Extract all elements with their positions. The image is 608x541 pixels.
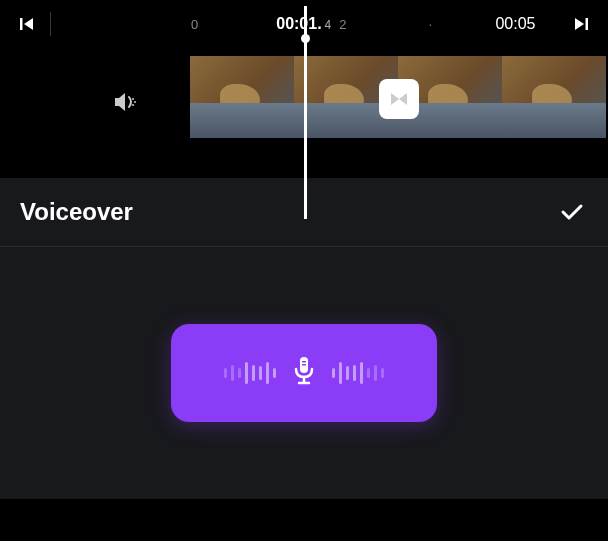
- checkmark-icon: [558, 198, 586, 226]
- confirm-button[interactable]: [556, 196, 588, 228]
- transition-icon: [387, 87, 411, 111]
- current-time-decimal: 4: [325, 18, 332, 32]
- prev-frame-icon: [19, 15, 37, 33]
- svg-rect-0: [20, 18, 23, 30]
- divider: [50, 12, 51, 36]
- current-time-main: 00:01.: [276, 15, 321, 33]
- waveform-right: [332, 362, 384, 384]
- bottom-bar: [0, 499, 608, 539]
- svg-rect-7: [302, 364, 306, 366]
- time-marker-0: 0: [191, 17, 198, 32]
- transition-button[interactable]: [379, 79, 419, 119]
- record-button[interactable]: [171, 324, 437, 422]
- playhead[interactable]: [304, 6, 307, 219]
- volume-button[interactable]: [109, 86, 141, 118]
- video-clip[interactable]: [502, 56, 606, 138]
- time-dot: ·: [429, 16, 433, 32]
- panel-title: Voiceover: [20, 198, 133, 226]
- time-marker-2: 2: [339, 17, 346, 32]
- microphone-icon: [290, 355, 318, 387]
- microphone-icon-wrap: [290, 355, 318, 391]
- svg-rect-6: [302, 361, 306, 363]
- svg-rect-1: [586, 18, 589, 30]
- end-time: 00:05: [495, 15, 535, 33]
- prev-frame-button[interactable]: [16, 12, 40, 36]
- waveform-left: [224, 362, 276, 384]
- timeline-area[interactable]: [0, 48, 608, 178]
- video-clip[interactable]: [190, 56, 294, 138]
- next-frame-icon: [571, 15, 589, 33]
- record-area: [0, 247, 608, 499]
- volume-icon: [111, 88, 139, 116]
- next-frame-button[interactable]: [568, 12, 592, 36]
